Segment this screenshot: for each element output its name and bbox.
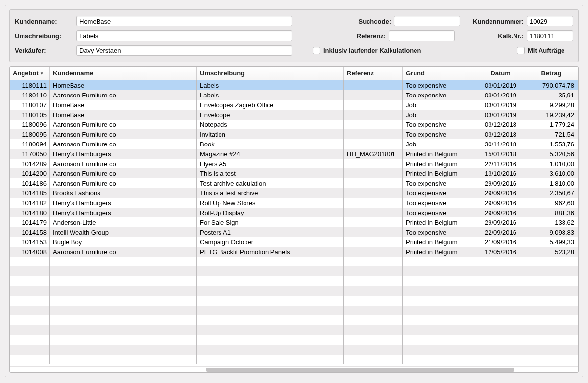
cell-kundenname: Anderson-Little [50, 217, 197, 227]
verkaeufer-field[interactable] [76, 45, 292, 56]
cell-datum: 29/09/2016 [476, 188, 525, 198]
table-row[interactable]: 1014153Bugle BoyCampaign OctoberPrinted … [10, 237, 578, 247]
cell-referenz [344, 110, 403, 120]
cell-datum: 12/05/2016 [476, 247, 525, 257]
cell-angebot: 1014182 [10, 198, 50, 208]
column-header-umschreibung[interactable]: Umschreibung [197, 67, 344, 80]
scrollbar-thumb[interactable] [206, 368, 514, 372]
column-header-datum[interactable]: Datum [476, 67, 525, 80]
table-row[interactable]: 1180095Aaronson Furniture coInvitationTo… [10, 129, 578, 139]
kundennummer-field[interactable] [527, 16, 573, 26]
cell-empty [50, 325, 197, 335]
column-header-label: Referenz [347, 70, 374, 77]
table-row[interactable]: 1180096Aaronson Furniture coNotepadsToo … [10, 120, 578, 129]
cell-grund: Printed in Belgium [403, 217, 476, 227]
table-row[interactable]: 1180111HomeBaseLabelsToo expensive03/01/… [10, 80, 578, 90]
cell-empty [197, 296, 344, 306]
cell-angebot: 1014179 [10, 217, 50, 227]
cell-angebot: 1180105 [10, 110, 50, 120]
cell-grund: Too expensive [403, 120, 476, 129]
table-row[interactable]: 1014158Intelli Wealth GroupPosters A1Too… [10, 227, 578, 237]
cell-empty [403, 257, 476, 266]
window: Kundenname: Suchcode: Kundennummer: Umsc… [5, 5, 583, 377]
referenz-field[interactable] [389, 30, 455, 41]
cell-empty [50, 335, 197, 345]
kalknr-field[interactable] [527, 30, 573, 41]
cell-umschreibung: Posters A1 [197, 227, 344, 237]
cell-empty [344, 325, 403, 335]
table-row[interactable]: 1014008Aaronson Furniture coPETG Backlit… [10, 247, 578, 257]
cell-grund: Too expensive [403, 208, 476, 217]
column-header-referenz[interactable]: Referenz [344, 67, 403, 80]
cell-grund: Job [403, 139, 476, 149]
mit-auftraege-checkbox[interactable] [517, 47, 525, 54]
grid-body[interactable]: 1180111HomeBaseLabelsToo expensive03/01/… [10, 80, 578, 366]
kundenname-field[interactable] [76, 16, 292, 26]
cell-datum: 03/01/2019 [476, 100, 525, 110]
cell-kundenname: Aaronson Furniture co [50, 139, 197, 149]
cell-umschreibung: Roll-Up Display [197, 208, 344, 217]
table-row[interactable]: 1180107HomeBaseEnveloppes Zagreb OfficeJ… [10, 100, 578, 110]
cell-betrag: 881,36 [525, 208, 577, 217]
cell-empty [50, 257, 197, 266]
cell-umschreibung: PETG Backlit Promotion Panels [197, 247, 344, 257]
suchcode-field[interactable] [394, 16, 460, 26]
cell-referenz [344, 80, 403, 90]
column-header-grund[interactable]: Grund [403, 67, 476, 80]
table-row[interactable]: 1014180Henry's HamburgersRoll-Up Display… [10, 208, 578, 217]
column-header-betrag[interactable]: Betrag [525, 67, 577, 80]
cell-empty [10, 335, 50, 345]
cell-referenz [344, 100, 403, 110]
table-row-empty [10, 276, 578, 286]
cell-empty [197, 266, 344, 276]
cell-referenz [344, 159, 403, 168]
cell-umschreibung: Flyers A5 [197, 159, 344, 168]
cell-betrag: 2.350,67 [525, 188, 577, 198]
umschreibung-field[interactable] [76, 30, 292, 41]
table-row[interactable]: 1014186Aaronson Furniture coTest archive… [10, 178, 578, 188]
cell-betrag: 1.779,24 [525, 120, 577, 129]
table-row[interactable]: 1180110Aaronson Furniture coLabelsToo ex… [10, 90, 578, 100]
column-header-label: Datum [490, 70, 510, 77]
cell-grund: Job [403, 100, 476, 110]
cell-kundenname: HomeBase [50, 100, 197, 110]
table-row[interactable]: 1014179Anderson-LittleFor Sale SignPrint… [10, 217, 578, 227]
table-row[interactable]: 1014185Brooks FashionsThis is a test arc… [10, 188, 578, 198]
cell-referenz [344, 188, 403, 198]
cell-umschreibung: This is a test archive [197, 188, 344, 198]
cell-empty [476, 325, 525, 335]
table-row-empty [10, 306, 578, 315]
cell-empty [403, 345, 476, 355]
inklusiv-checkbox[interactable] [313, 47, 320, 54]
cell-empty [10, 315, 50, 325]
table-row[interactable]: 1014289Aaronson Furniture coFlyers A5Pri… [10, 159, 578, 168]
cell-angebot: 1014200 [10, 168, 50, 178]
cell-datum: 03/12/2018 [476, 129, 525, 139]
filter-row-2: Umschreibung: Referenz: Kalk.Nr.: [15, 28, 573, 43]
cell-datum: 03/01/2019 [476, 90, 525, 100]
table-row[interactable]: 1014200Aaronson Furniture coThis is a te… [10, 168, 578, 178]
cell-empty [525, 276, 577, 286]
chevron-down-icon: ▾ [41, 71, 43, 76]
cell-umschreibung: Enveloppes Zagreb Office [197, 100, 344, 110]
cell-empty [344, 306, 403, 315]
cell-empty [525, 296, 577, 306]
cell-empty [403, 315, 476, 325]
cell-betrag: 19.239,42 [525, 110, 577, 120]
cell-empty [10, 296, 50, 306]
cell-grund: Too expensive [403, 198, 476, 208]
cell-angebot: 1180110 [10, 90, 50, 100]
cell-empty [476, 276, 525, 286]
table-row[interactable]: 1180094Aaronson Furniture coBookJob30/11… [10, 139, 578, 149]
filter-row-1: Kundenname: Suchcode: Kundennummer: [15, 14, 573, 28]
table-row[interactable]: 1180105HomeBaseEnveloppeJob03/01/201919.… [10, 110, 578, 120]
column-header-angebot[interactable]: Angebot ▾ [10, 67, 50, 80]
cell-empty [50, 276, 197, 286]
table-row[interactable]: 1170050Henry's HamburgersMagazine #24HH_… [10, 149, 578, 159]
table-row[interactable]: 1014182Henry's HamburgersRoll Up New Sto… [10, 198, 578, 208]
column-header-kundenname[interactable]: Kundenname [50, 67, 197, 80]
cell-angebot: 1170050 [10, 149, 50, 159]
horizontal-scrollbar[interactable] [10, 366, 578, 372]
cell-kundenname: Henry's Hamburgers [50, 149, 197, 159]
column-header-label: Angebot [13, 70, 39, 77]
